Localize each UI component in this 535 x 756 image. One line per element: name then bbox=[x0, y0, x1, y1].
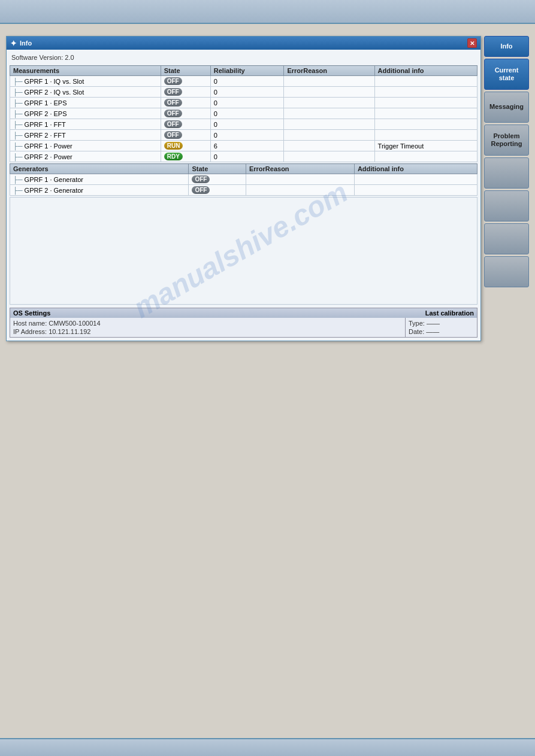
meas-state: OFF bbox=[161, 130, 210, 141]
meas-state: OFF bbox=[161, 108, 210, 119]
sidebar-btn8[interactable] bbox=[484, 256, 529, 287]
ip-address-row: IP Address: 10.121.11.192 bbox=[13, 327, 402, 336]
gen-name: ├─GPRF 1 · Generator bbox=[10, 174, 189, 185]
meas-reliability: 6 bbox=[210, 141, 284, 151]
measurement-row: ├─GPRF 2 · FFT OFF 0 bbox=[10, 130, 477, 141]
meas-additional-info: Trigger Timeout bbox=[374, 141, 477, 151]
meas-name: ├─GPRF 2 · FFT bbox=[10, 130, 161, 141]
measurement-row: ├─GPRF 2 · EPS OFF 0 bbox=[10, 108, 477, 119]
info-title-icon: ✦ bbox=[10, 39, 17, 48]
col-additional-info-gen: Additional info bbox=[354, 164, 477, 174]
gen-state: OFF bbox=[189, 174, 246, 185]
software-version: Software Version: 2.0 bbox=[10, 53, 477, 62]
meas-name: ├─GPRF 1 · Power bbox=[10, 141, 161, 151]
meas-additional-info bbox=[374, 130, 477, 141]
gen-error-reason bbox=[246, 185, 354, 196]
meas-state: OFF bbox=[161, 119, 210, 130]
gen-name: ├─GPRF 2 · Generator bbox=[10, 185, 189, 196]
meas-state: RDY bbox=[161, 151, 210, 162]
top-bar bbox=[0, 0, 535, 24]
info-title-label: Info bbox=[20, 40, 32, 47]
col-measurements: Measurements bbox=[10, 66, 161, 76]
col-additional-info-meas: Additional info bbox=[374, 66, 477, 76]
main-content: ✦ Info ✕ Software Version: 2.0 Measureme… bbox=[0, 24, 535, 353]
meas-reliability: 0 bbox=[210, 87, 284, 98]
meas-error-reason bbox=[284, 119, 374, 130]
ip-address-label: IP Address: bbox=[13, 328, 47, 335]
sidebar-messaging-button[interactable]: Messaging bbox=[484, 92, 529, 123]
col-state-meas: State bbox=[161, 66, 210, 76]
bottom-bar bbox=[0, 738, 535, 756]
type-row: Type: —— bbox=[409, 319, 474, 327]
empty-area bbox=[10, 197, 477, 305]
right-sidebar: Info Current state Messaging Problem Rep… bbox=[484, 36, 529, 341]
col-generators: Generators bbox=[10, 164, 189, 174]
os-settings-body: Host name: CMW500-100014 IP Address: 10.… bbox=[10, 318, 477, 337]
meas-reliability: 0 bbox=[210, 108, 284, 119]
info-body: Software Version: 2.0 Measurements State… bbox=[7, 50, 480, 341]
meas-state: OFF bbox=[161, 76, 210, 87]
meas-error-reason bbox=[284, 98, 374, 108]
last-calibration-title: Last calibration bbox=[425, 309, 474, 317]
ip-address-value: 10.121.11.192 bbox=[49, 328, 90, 335]
meas-additional-info bbox=[374, 108, 477, 119]
meas-name: ├─GPRF 1 · FFT bbox=[10, 119, 161, 130]
gen-additional-info bbox=[354, 185, 477, 196]
date-row: Date: —— bbox=[409, 327, 474, 336]
col-error-reason-gen: ErrorReason bbox=[246, 164, 354, 174]
meas-reliability: 0 bbox=[210, 98, 284, 108]
meas-error-reason bbox=[284, 141, 374, 151]
meas-name: ├─GPRF 2 · Power bbox=[10, 151, 161, 162]
info-titlebar: ✦ Info ✕ bbox=[7, 37, 480, 50]
os-settings: OS Settings Last calibration Host name: … bbox=[10, 308, 477, 338]
measurement-row: ├─GPRF 2 · Power RDY 0 bbox=[10, 151, 477, 162]
meas-error-reason bbox=[284, 130, 374, 141]
host-name-row: Host name: CMW500-100014 bbox=[13, 319, 402, 327]
measurements-table: Measurements State Reliability ErrorReas… bbox=[10, 65, 477, 162]
meas-name: ├─GPRF 2 · IQ vs. Slot bbox=[10, 87, 161, 98]
os-left: Host name: CMW500-100014 IP Address: 10.… bbox=[10, 318, 405, 337]
sidebar-btn5[interactable] bbox=[484, 157, 529, 189]
meas-additional-info bbox=[374, 119, 477, 130]
host-name-value: CMW500-100014 bbox=[49, 320, 100, 327]
sidebar-info-button[interactable]: Info bbox=[484, 36, 529, 57]
gen-error-reason bbox=[246, 174, 354, 185]
meas-reliability: 0 bbox=[210, 119, 284, 130]
meas-additional-info bbox=[374, 87, 477, 98]
meas-reliability: 0 bbox=[210, 76, 284, 87]
generators-table: Generators State ErrorReason Additional … bbox=[10, 163, 477, 196]
meas-name: ├─GPRF 1 · EPS bbox=[10, 98, 161, 108]
gen-additional-info bbox=[354, 174, 477, 185]
sidebar-current-state-button[interactable]: Current state bbox=[484, 59, 529, 90]
measurement-row: ├─GPRF 1 · IQ vs. Slot OFF 0 bbox=[10, 76, 477, 87]
sidebar-problem-reporting-button[interactable]: Problem Reporting bbox=[484, 125, 529, 156]
meas-error-reason bbox=[284, 87, 374, 98]
col-state-gen: State bbox=[189, 164, 246, 174]
generator-row: ├─GPRF 1 · Generator OFF bbox=[10, 174, 477, 185]
host-name-label: Host name: bbox=[13, 320, 47, 327]
meas-error-reason bbox=[284, 76, 374, 87]
gen-state: OFF bbox=[189, 185, 246, 196]
os-settings-header: OS Settings Last calibration bbox=[10, 308, 477, 318]
generator-row: ├─GPRF 2 · Generator OFF bbox=[10, 185, 477, 196]
col-error-reason-meas: ErrorReason bbox=[284, 66, 374, 76]
type-label: Type: bbox=[409, 320, 425, 327]
col-reliability: Reliability bbox=[210, 66, 284, 76]
os-settings-title: OS Settings bbox=[13, 309, 50, 317]
date-label: Date: bbox=[409, 328, 424, 335]
sidebar-btn7[interactable] bbox=[484, 223, 529, 254]
meas-error-reason bbox=[284, 108, 374, 119]
meas-error-reason bbox=[284, 151, 374, 162]
sidebar-btn6[interactable] bbox=[484, 190, 529, 221]
close-button[interactable]: ✕ bbox=[467, 38, 477, 48]
meas-state: RUN bbox=[161, 141, 210, 151]
meas-name: ├─GPRF 2 · EPS bbox=[10, 108, 161, 119]
meas-name: ├─GPRF 1 · IQ vs. Slot bbox=[10, 76, 161, 87]
date-value: —— bbox=[426, 328, 439, 335]
meas-additional-info bbox=[374, 76, 477, 87]
meas-reliability: 0 bbox=[210, 130, 284, 141]
measurement-row: ├─GPRF 2 · IQ vs. Slot OFF 0 bbox=[10, 87, 477, 98]
meas-state: OFF bbox=[161, 98, 210, 108]
meas-state: OFF bbox=[161, 87, 210, 98]
measurement-row: ├─GPRF 1 · Power RUN 6 Trigger Timeout bbox=[10, 141, 477, 151]
